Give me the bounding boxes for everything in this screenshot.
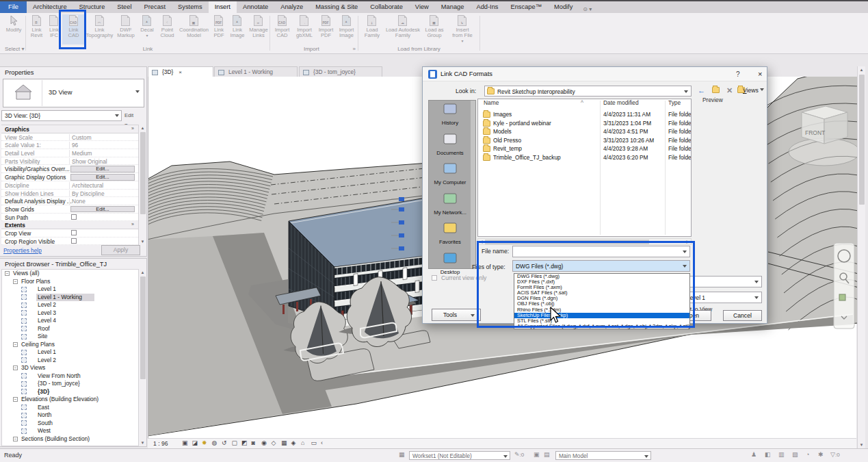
- up-folder-icon[interactable]: [710, 86, 722, 97]
- cancel-button[interactable]: Cancel: [723, 310, 762, 321]
- places-scrollbar[interactable]: [471, 101, 475, 268]
- scroll-down-icon[interactable]: ▼: [139, 238, 146, 245]
- place-desktop[interactable]: Desktop: [429, 251, 471, 275]
- status-right-icon-2[interactable]: ◧: [765, 451, 771, 458]
- scroll-up-icon[interactable]: ▲: [858, 66, 865, 73]
- tree-item-view-from-north[interactable]: View From North: [2, 372, 145, 381]
- ribbon-tab-modify[interactable]: Modify: [548, 1, 579, 13]
- status-icon-b[interactable]: ▤: [544, 451, 550, 458]
- checkbox[interactable]: [71, 238, 77, 244]
- property-row-crop-view[interactable]: Crop View: [1, 229, 138, 238]
- ribbon-button-import-gbxml[interactable]: →ImportgbXML: [293, 14, 316, 44]
- checkbox[interactable]: [71, 214, 77, 220]
- ribbon-tab-view[interactable]: View: [409, 1, 435, 13]
- ribbon-button-import-pdf[interactable]: PDFImportPDF: [316, 14, 336, 44]
- place-my-computer[interactable]: My Computer: [429, 162, 471, 185]
- status-right-icon-5[interactable]: ◔: [806, 451, 809, 458]
- tree-item-south[interactable]: South: [2, 420, 145, 428]
- view-control-icon-4[interactable]: ↺: [222, 439, 227, 446]
- checkbox[interactable]: [71, 230, 77, 235]
- view-control-icon-6[interactable]: ◩: [241, 439, 248, 446]
- view-control-icon-8[interactable]: ◉: [261, 439, 267, 446]
- tree-item-floor-plans[interactable]: −Floor Plans: [2, 278, 145, 286]
- browser-scrollbar[interactable]: ▲ ▼: [138, 269, 146, 446]
- view-control-icon-9[interactable]: ◇: [272, 439, 276, 446]
- scroll-thumb[interactable]: [859, 75, 865, 205]
- file-row-revit-temp[interactable]: Revit_temp4/4/2023 9:28 AMFile folder: [478, 144, 691, 153]
- property-row-show-grids[interactable]: Show GridsEdit...: [1, 205, 138, 214]
- property-row-show-hidden-lines[interactable]: Show Hidden LinesBy Discipline: [1, 190, 138, 198]
- view-control-icon-12[interactable]: ⌂: [301, 439, 304, 446]
- scale-indicator[interactable]: 1 : 96: [153, 440, 168, 447]
- view-control-icon-0[interactable]: ▣: [182, 439, 188, 446]
- properties-help-link[interactable]: Properties help: [3, 247, 42, 254]
- ribbon-tab-add-ins[interactable]: Add-Ins: [470, 1, 504, 13]
- tree-item-ceiling-plans[interactable]: −Ceiling Plans: [2, 341, 145, 349]
- place-my-network-[interactable]: My Network...: [429, 192, 471, 216]
- file-row-kyle-portland-webinar[interactable]: Kyle - portland webinar3/31/2023 1:04 PM…: [478, 119, 691, 128]
- ribbon-button-decal[interactable]: ▲Decal▾: [137, 14, 157, 44]
- view-control-icon-2[interactable]: ✸: [202, 439, 207, 446]
- ribbon-tab-manage[interactable]: Manage: [435, 1, 471, 13]
- tree-item-level-1-working[interactable]: Level 1 - Working: [2, 294, 145, 302]
- ribbon-button-link-pdf[interactable]: PDFLinkPDF: [210, 14, 228, 44]
- place-documents[interactable]: Documents: [429, 132, 471, 156]
- status-right-icon-1[interactable]: ♟: [751, 451, 757, 458]
- edit-button[interactable]: Edit...: [70, 206, 135, 212]
- view-control-icon-13[interactable]: ▭: [311, 439, 317, 446]
- close-view-icon[interactable]: ×: [179, 69, 182, 75]
- tree-expand-icon[interactable]: −: [13, 279, 18, 284]
- ribbon-tab-steel[interactable]: Steel: [111, 1, 137, 13]
- scroll-down-icon[interactable]: ▼: [858, 441, 865, 448]
- view-control-icon-10[interactable]: ▦: [281, 439, 287, 446]
- view-tab-level-1-working[interactable]: Level 1 - Working: [214, 66, 298, 77]
- ribbon-button-import-image[interactable]: ▲ImportImage: [336, 14, 357, 44]
- view-control-icon-3[interactable]: ◍: [212, 439, 218, 446]
- filter-icon[interactable]: ▽:0: [830, 451, 840, 458]
- look-in-combo[interactable]: Revit Sketchup Interopreability: [484, 86, 692, 97]
- ribbon-tab-file[interactable]: File: [0, 1, 27, 13]
- status-right-icon-4[interactable]: ▧: [792, 451, 798, 458]
- file-row-old-presso[interactable]: Old Presso3/31/2023 10:26 AMFile folder: [478, 136, 691, 145]
- tree-expand-icon[interactable]: −: [13, 365, 18, 370]
- place-favorites[interactable]: Favorites: [429, 221, 471, 245]
- tree-item--3d-[interactable]: {3D}: [2, 388, 145, 396]
- tree-item-level-2[interactable]: Level 2: [2, 357, 145, 365]
- scroll-down-icon[interactable]: ▼: [139, 439, 146, 446]
- tree-item-level-3[interactable]: Level 3: [2, 309, 145, 318]
- ribbon-button-manage-links[interactable]: ∞ManageLinks: [247, 14, 270, 44]
- edit-button[interactable]: Edit...: [70, 174, 135, 180]
- property-row-visibility-graphics-overr-[interactable]: Visibility/Graphics Overr...Edit...: [1, 165, 138, 173]
- property-row-crop-region-visible[interactable]: Crop Region Visible: [1, 238, 138, 245]
- view-control-icon-1[interactable]: ◪: [192, 439, 198, 446]
- view-control-icon-14[interactable]: ‹: [321, 439, 323, 446]
- tree-item-east[interactable]: East: [2, 404, 145, 412]
- view-control-icon-7[interactable]: ◙: [252, 439, 255, 446]
- scroll-thumb[interactable]: [140, 132, 146, 214]
- ribbon-tab-enscape-[interactable]: Enscape™: [504, 1, 547, 13]
- ribbon-button-modify[interactable]: Modify: [1, 14, 26, 44]
- ribbon-tab-precast[interactable]: Precast: [138, 1, 172, 13]
- back-icon[interactable]: ←: [696, 86, 707, 97]
- design-option-combo[interactable]: Main Model: [555, 451, 651, 460]
- property-row-sun-path[interactable]: Sun Path: [1, 214, 138, 222]
- tools-button[interactable]: Tools: [432, 309, 481, 321]
- view-instance-combo[interactable]: 3D View: {3D}: [1, 110, 122, 121]
- property-row-graphic-display-options[interactable]: Graphic Display OptionsEdit...: [1, 173, 138, 181]
- view-tab--3d-tom-joyce-[interactable]: {3D - tom_joyce}: [299, 66, 382, 77]
- ribbon-button-coordination-model[interactable]: ▣CoordinationModel: [178, 14, 210, 44]
- ribbon-tab-systems[interactable]: Systems: [172, 1, 209, 13]
- status-icon-a[interactable]: ▣: [534, 451, 540, 458]
- ribbon-tab-massing-site[interactable]: Massing & Site: [309, 1, 364, 13]
- tree-expand-icon[interactable]: −: [13, 437, 18, 441]
- property-row-parts-visibility[interactable]: Parts VisibilityShow Original: [1, 157, 138, 166]
- property-row-discipline[interactable]: DisciplineArchitectural: [1, 181, 138, 190]
- file-row-images[interactable]: Images4/4/2023 11:31 AMFile folder: [478, 110, 691, 119]
- column-header-name[interactable]: Name: [484, 99, 499, 109]
- place-history[interactable]: History: [429, 102, 471, 126]
- ribbon-button-insert-from-file[interactable]: ↳Insertfrom File▾: [447, 14, 477, 44]
- tree-item-sections-building-section-[interactable]: −Sections (Building Section): [2, 435, 145, 444]
- properties-scrollbar[interactable]: ▲ ▼: [138, 125, 146, 245]
- scroll-up-icon[interactable]: ▲: [139, 125, 146, 131]
- ribbon-button-load-autodesk-family[interactable]: ☁Load AutodeskFamily: [384, 14, 421, 44]
